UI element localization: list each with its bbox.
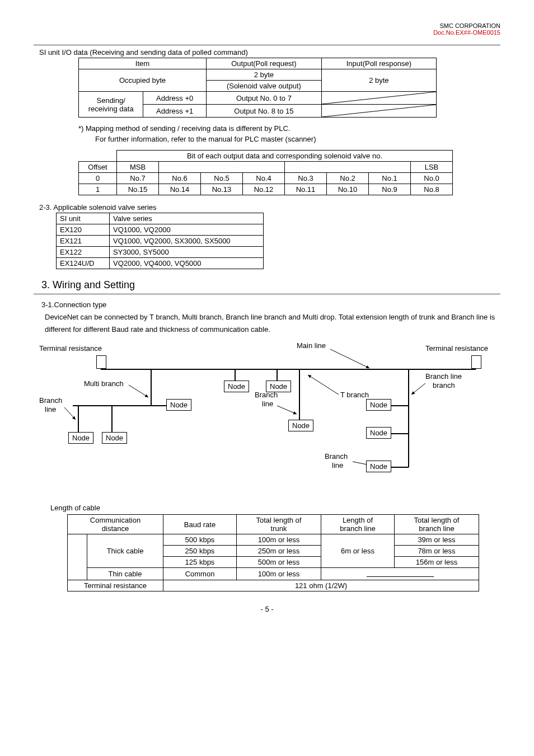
slash-cell (321, 92, 436, 105)
th-input: Input(Poll response) (321, 58, 436, 69)
cell: SY3000, SY5000 (110, 247, 264, 258)
input-2byte: 2 byte (321, 69, 436, 92)
table-row: EX122SY3000, SY5000 (57, 247, 264, 258)
svg-line-10 (129, 385, 148, 397)
cell: 100m or less (237, 568, 321, 580)
wiring-title: 3. Wiring and Setting (41, 279, 500, 291)
bit-caption: Bit of each output data and correspondin… (117, 151, 453, 162)
comm-label: Communication (73, 516, 157, 524)
len-label: Length of (327, 516, 388, 524)
svg-line-1 (322, 105, 436, 117)
addr0: Address +0 (143, 92, 207, 105)
trunk-label: trunk (242, 524, 315, 533)
cell: 0 (79, 173, 117, 184)
thick-cable: Thick cable (87, 534, 163, 568)
table-row: 0 No.7 No.6 No.5 No.4 No.3 No.2 No.1 No.… (79, 173, 453, 184)
cell: No.14 (159, 184, 201, 195)
multi-branch-label: Multi branch (84, 379, 124, 388)
cell: EX124U/D (57, 258, 110, 269)
tot2-label: Total length of (400, 516, 473, 524)
doc-number: Doc.No.EX##-OME0015 (433, 29, 500, 36)
cell: No.15 (117, 184, 159, 195)
empty (68, 534, 87, 580)
addr1: Address +1 (143, 105, 207, 118)
cell: No.3 (285, 173, 327, 184)
svg-line-20 (411, 383, 425, 395)
cell: No.1 (369, 173, 411, 184)
main-line-label: Main line (297, 341, 326, 350)
page-number: - 5 - (34, 605, 500, 613)
cell: No.4 (243, 173, 285, 184)
empty (285, 162, 411, 173)
cell: 6m or less (321, 534, 395, 568)
terminal-resistance-label: Terminal resistance (39, 344, 102, 353)
cell: 78m or less (395, 546, 479, 557)
svg-line-5 (330, 349, 369, 368)
cell: 125 kbps (163, 557, 237, 568)
node-box: Node (68, 432, 93, 444)
th-valve-series: Valve series (110, 213, 264, 224)
line-label: line (262, 400, 273, 408)
cable-length-table: Communication distance Baud rate Total l… (67, 514, 479, 591)
dist-label: distance (73, 524, 157, 533)
thin-cable: Thin cable (87, 568, 163, 580)
cell: 100m or less (237, 534, 321, 546)
th-comm-dist: Communication distance (68, 515, 163, 534)
t-branch-label: T branch (340, 391, 369, 399)
note-mapping: *) Mapping method of sending / receiving… (78, 124, 500, 133)
cell: 39m or less (395, 534, 479, 546)
cell: VQ2000, VQ4000, VQ5000 (110, 258, 264, 269)
terminal-resistor-icon (96, 355, 106, 369)
node-box: Node (102, 432, 127, 444)
tot-label: Total length of (242, 516, 315, 524)
applicable-title: 2-3. Applicable solenoid valve series (39, 203, 500, 212)
cell: No.13 (201, 184, 243, 195)
output-8-15: Output No. 8 to 15 (207, 105, 322, 118)
cell: No.12 (243, 184, 285, 195)
length-of-cable-title: Length of cable (50, 504, 500, 512)
valve-series-table: SI unit Valve series EX120VQ1000, VQ2000… (56, 213, 264, 269)
cell: EX122 (57, 247, 110, 258)
cell: No.10 (327, 184, 369, 195)
node-box: Node (366, 427, 391, 439)
th-msb: MSB (117, 162, 159, 173)
svg-line-15 (277, 406, 297, 414)
line-label: line (45, 405, 56, 414)
th-tot-branch: Total length of branch line (395, 515, 479, 534)
table-row: 1 No.15 No.14 No.13 No.12 No.11 No.10 No… (79, 184, 453, 195)
sending-receiving: Sending/ receiving data (79, 92, 143, 118)
th-total-trunk: Total length of trunk (237, 515, 321, 534)
term-res: Terminal resistance (68, 580, 163, 591)
node-box: Node (366, 399, 391, 411)
bit-table: Bit of each output data and correspondin… (78, 150, 453, 195)
cell: No.2 (327, 173, 369, 184)
si-unit-title: SI unit I/O data (Receiving and sending … (39, 48, 500, 57)
cell: No.5 (201, 173, 243, 184)
node-box: Node (224, 381, 249, 392)
table-row: EX124U/DVQ2000, VQ4000, VQ5000 (57, 258, 264, 269)
svg-line-0 (322, 92, 436, 104)
table-row: Thin cable Common 100m or less (68, 568, 479, 580)
output-0-7: Output No. 0 to 7 (207, 92, 322, 105)
cell: 250 kbps (163, 546, 237, 557)
solenoid-output: (Solenoid valve output) (207, 81, 322, 92)
sending-label: Sending/ (79, 96, 143, 105)
th-lsb: LSB (411, 162, 453, 173)
cell: EX120 (57, 224, 110, 236)
cell: No.0 (411, 173, 453, 184)
cell: No.7 (117, 173, 159, 184)
svg-line-11 (64, 407, 76, 420)
cell: No.8 (411, 184, 453, 195)
empty (159, 162, 285, 173)
table-row: EX121VQ1000, VQ2000, SX3000, SX5000 (57, 236, 264, 247)
cell: 250m or less (237, 546, 321, 557)
connection-para: DeviceNet can be connected by T branch, … (45, 311, 500, 336)
divider (34, 293, 500, 295)
blank-underline (321, 568, 479, 580)
th-baud: Baud rate (163, 515, 237, 534)
table-row: Thick cable 500 kbps 100m or less 6m or … (68, 534, 479, 546)
company-name: SMC CORPORATION (439, 22, 500, 29)
th-item: Item (79, 58, 207, 69)
terminal-resistance-label: Terminal resistance (425, 344, 488, 353)
cell: No.9 (369, 184, 411, 195)
